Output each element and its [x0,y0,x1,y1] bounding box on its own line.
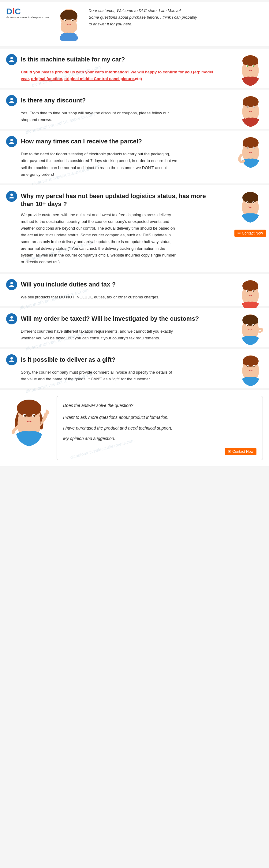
person-icon-3 [6,136,17,147]
svg-point-13 [253,65,254,67]
avatar-svg-6 [235,311,266,349]
avatar-svg-7 [235,352,266,389]
contact-button-4[interactable]: ✉ Contact Now [234,229,266,237]
section-machine-suitable: Is this machine suitable for my car? Cou… [0,49,269,88]
question-row-3: How many times can I receive the parcel? [6,136,220,147]
svg-point-14 [10,98,13,100]
section-taxed: Will my order be taxed? Will be investig… [0,308,269,347]
svg-point-54 [247,366,248,367]
welcome-line1: Dear customer, Welcome to DLC store, I a… [89,7,197,14]
section-discount: Is there any discount? Yes, From time to… [0,90,269,129]
svg-point-41 [253,290,254,292]
feedback-question: Does the answer solve the question? [63,401,257,410]
envelope-icon-4: ✉ [237,231,241,236]
question-title-1: Is this machine suitable for my car? [21,54,125,63]
logo-subtext: dlcautomotiveelectr.aliexpress.com [6,16,49,19]
answer-box-5: We sell products that DO NOT INCLUDE dut… [21,294,177,301]
header-text: Dear customer, Welcome to DLC store, I a… [89,7,197,28]
svg-point-49 [10,357,13,360]
feedback-section: dlcautomotiveelectr.aliexpress.com Does … [0,390,269,466]
answer-box-6: Different countries have different taxat… [21,328,177,342]
svg-point-35 [10,282,13,284]
svg-point-19 [247,106,248,107]
person-icon-5 [6,279,17,290]
answer-box-2: Yes, From time to time our shop will hav… [21,110,177,123]
welcome-line3: to answer it for you here. [89,21,197,28]
svg-point-21 [10,139,13,141]
svg-point-40 [247,290,248,292]
question-row-2: Is there any discount? [6,95,220,106]
person-icon-4 [6,191,17,202]
question-title-4: Why my parcel has not been updated logis… [21,191,220,208]
avatar-contact-4: ✉ Contact Now [234,188,266,237]
question-title-7: Is it possible to deliver as a gift? [21,354,115,364]
avatar-svg-3 [235,134,266,173]
header-avatar [54,7,84,41]
welcome-line2: Some questions about purchase before, I … [89,14,197,21]
question-row-7: Is it possible to deliver as a gift? [6,354,220,365]
section-parcel-times: How many times can I receive the parcel?… [0,130,269,183]
svg-point-27 [253,147,255,149]
question-row-5: Will you include duties and tax ? [6,279,220,290]
svg-point-60 [24,415,26,417]
svg-point-26 [247,147,248,149]
feedback-item-3: My opinion and suggestion. [63,434,257,443]
avatar-svg-1 [235,52,266,88]
svg-point-28 [10,193,13,196]
section-gift: Is it possible to deliver as a gift? Sor… [0,349,269,388]
answer-box-1: Could you please provide us with your ca… [21,69,217,82]
svg-point-5 [72,20,73,22]
question-title-2: Is there any discount? [21,95,86,104]
answer-box-3: Due to the need for rigorous testing of … [21,151,177,178]
logo-text: DlC [6,7,49,16]
svg-point-61 [33,415,35,417]
avatar-svg-2 [235,93,266,129]
svg-point-20 [253,106,255,107]
contact-button-feedback[interactable]: ✉ Contact Now [225,448,257,455]
person-icon-7 [6,354,17,365]
question-title-5: Will you include duties and tax ? [21,279,116,288]
answer-box-4: We provide customers with the quickest a… [21,212,177,266]
envelope-icon-feedback: ✉ [228,450,231,454]
answer-text-1-red: Could you please provide us with your ca… [21,70,213,81]
section-logistics: Why my parcel has not been updated logis… [0,185,269,272]
svg-point-4 [65,20,66,22]
svg-point-7 [10,57,13,59]
person-icon-1 [6,54,17,65]
avatar-svg-4 [235,188,266,228]
svg-point-48 [253,325,254,326]
svg-point-33 [247,202,248,203]
question-row-6: Will my order be taxed? Will be investig… [6,313,220,324]
svg-point-34 [253,202,254,203]
question-title-3: How many times can I receive the parcel? [21,136,142,145]
svg-point-42 [10,316,13,318]
question-row-4: Why my parcel has not been updated logis… [6,191,220,208]
svg-point-47 [247,325,248,326]
question-title-6: Will my order be taxed? Will be investig… [21,313,199,322]
svg-point-12 [247,65,248,67]
logo: DlC dlcautomotiveelectr.aliexpress.com [6,7,49,19]
feedback-avatar-block [6,396,52,457]
question-row-1: Is this machine suitable for my car? [6,54,220,65]
feedback-item-1: I want to ask more questions about produ… [63,413,257,422]
feedback-box: dlcautomotiveelectr.aliexpress.com Does … [57,396,263,460]
header-section: DlC dlcautomotiveelectr.aliexpress.com D… [0,2,269,47]
svg-point-55 [253,366,255,367]
feedback-contact-row: ✉ Contact Now [63,446,257,455]
section-duties: Will you include duties and tax ? We sel… [0,274,269,306]
feedback-avatar-svg [8,396,51,457]
answer-box-7: Sorry, the courier company must provide … [21,369,177,382]
person-icon-2 [6,95,17,106]
feedback-item-2: I have purchased the product and need te… [63,424,257,433]
person-icon-6 [6,313,17,324]
